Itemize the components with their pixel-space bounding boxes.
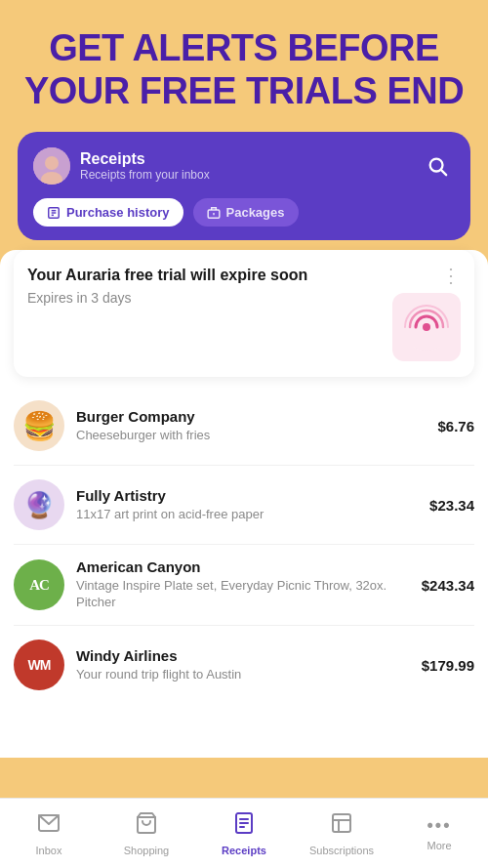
receipt-item[interactable]: AC American Canyon Vintage Inspire Plate… xyxy=(14,545,474,626)
shopping-icon xyxy=(135,811,158,841)
app-card-header: Receipts Receipts from your inbox xyxy=(33,147,455,185)
tab-purchase-history[interactable]: Purchase history xyxy=(33,198,183,227)
nav-item-inbox[interactable]: Inbox xyxy=(0,804,98,864)
nav-label-subscriptions: Subscriptions xyxy=(309,845,374,856)
alert-text: Your Auraria free trial will expire soon… xyxy=(27,266,307,306)
more-icon: ••• xyxy=(427,815,452,836)
more-dots-button[interactable]: ⋮ xyxy=(441,266,461,285)
nav-item-subscriptions[interactable]: Subscriptions xyxy=(293,804,390,864)
receipt-desc: Your round trip flight to Austin xyxy=(76,667,410,683)
svg-rect-19 xyxy=(333,814,350,832)
receipt-thumb-burger: 🍔 xyxy=(14,400,64,451)
receipt-item[interactable]: 🍔 Burger Company Cheeseburger with fries… xyxy=(14,387,474,466)
receipt-price: $243.34 xyxy=(422,577,474,594)
receipt-price: $6.76 xyxy=(437,418,474,434)
avatar xyxy=(33,147,70,185)
receipts-title: Receipts xyxy=(80,150,210,168)
subscriptions-icon xyxy=(330,811,353,841)
receipt-list: 🍔 Burger Company Cheeseburger with fries… xyxy=(0,387,488,704)
inbox-icon xyxy=(37,811,61,841)
bottom-nav: Inbox Shopping Receipts xyxy=(0,798,488,868)
receipt-desc: 11x17 art print on acid-free paper xyxy=(76,507,418,523)
tab-packages[interactable]: Packages xyxy=(193,198,299,227)
receipt-info: Windy Airlines Your round trip flight to… xyxy=(76,647,410,683)
nav-label-receipts: Receipts xyxy=(222,845,266,856)
receipt-desc: Vintage Inspire Plate set, Everyday Picn… xyxy=(76,578,410,611)
main-content: Your Auraria free trial will expire soon… xyxy=(0,250,488,758)
receipt-info: Fully Artistry 11x17 art print on acid-f… xyxy=(76,487,418,523)
receipt-item[interactable]: 🔮 Fully Artistry 11x17 art print on acid… xyxy=(14,466,474,545)
receipt-thumb-windy: WM xyxy=(14,640,64,690)
receipt-desc: Cheeseburger with fries xyxy=(76,428,426,444)
receipt-thumb-artistry: 🔮 xyxy=(14,479,64,530)
tab-row: Purchase history Packages xyxy=(33,198,455,227)
receipt-info: American Canyon Vintage Inspire Plate se… xyxy=(76,558,410,611)
receipt-info: Burger Company Cheeseburger with fries xyxy=(76,408,426,444)
nav-label-more: More xyxy=(427,840,451,851)
svg-point-12 xyxy=(423,323,430,331)
svg-point-1 xyxy=(45,156,59,170)
receipt-price: $179.99 xyxy=(422,657,474,674)
receipts-subtitle: Receipts from your inbox xyxy=(80,168,210,182)
alert-expires: Expires in 3 days xyxy=(27,290,307,306)
svg-line-4 xyxy=(441,171,446,176)
nav-item-shopping[interactable]: Shopping xyxy=(98,804,195,864)
receipt-name: Burger Company xyxy=(76,408,426,425)
alert-card: Your Auraria free trial will expire soon… xyxy=(14,250,474,377)
receipts-nav-icon xyxy=(232,811,256,841)
receipt-price: $23.34 xyxy=(429,497,474,514)
receipt-name: Windy Airlines xyxy=(76,647,410,664)
nav-label-shopping: Shopping xyxy=(124,845,170,856)
app-card: Receipts Receipts from your inbox Purcha… xyxy=(18,132,470,240)
alert-right: ⋮ xyxy=(392,266,461,361)
alert-icon-box xyxy=(392,293,461,361)
receipt-thumb-canyon: AC xyxy=(14,559,64,610)
nav-item-receipts[interactable]: Receipts xyxy=(195,804,293,864)
receipts-info: Receipts Receipts from your inbox xyxy=(80,150,210,182)
search-button[interactable] xyxy=(420,148,455,184)
nav-item-more[interactable]: ••• More xyxy=(390,807,488,859)
receipt-name: American Canyon xyxy=(76,558,410,575)
app-card-header-left: Receipts Receipts from your inbox xyxy=(33,147,210,185)
hero-title: GET ALERTS BEFORE YOUR FREE TRIALS END xyxy=(20,27,468,112)
receipt-name: Fully Artistry xyxy=(76,487,418,504)
receipt-item[interactable]: WM Windy Airlines Your round trip flight… xyxy=(14,626,474,704)
alert-title: Your Auraria free trial will expire soon xyxy=(27,266,307,286)
nav-label-inbox: Inbox xyxy=(36,845,62,856)
hero-section: GET ALERTS BEFORE YOUR FREE TRIALS END xyxy=(0,0,488,132)
